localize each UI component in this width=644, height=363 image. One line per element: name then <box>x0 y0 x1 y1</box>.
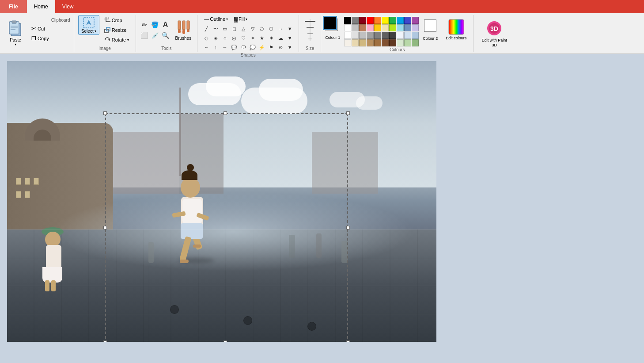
swatch-g2[interactable] <box>367 32 374 39</box>
shape-oval2[interactable]: ◎ <box>230 34 239 42</box>
shape-arrow-4[interactable]: ↔ <box>220 43 229 52</box>
swatch-i2[interactable] <box>344 39 351 46</box>
shape-pentagon[interactable]: ⬠ <box>258 24 266 33</box>
swatch-purple[interactable] <box>412 17 419 24</box>
edit-colours-button[interactable]: Edit colours <box>442 17 470 43</box>
shape-triangle[interactable]: △ <box>239 24 248 33</box>
shape-more2[interactable]: ▼ <box>285 34 294 42</box>
swatch-tan[interactable] <box>359 39 366 46</box>
swatch-w2[interactable] <box>344 32 351 39</box>
swatch-black[interactable] <box>344 17 351 24</box>
selection-handle-br[interactable] <box>346 340 350 342</box>
swatch-lightblue[interactable] <box>397 24 404 31</box>
swatch-lime[interactable] <box>389 24 396 31</box>
swatch-red[interactable] <box>367 17 374 24</box>
shape-star6[interactable]: ✶ <box>267 34 276 42</box>
eraser-tool[interactable]: ⬜ <box>140 31 149 40</box>
swatch-gold[interactable] <box>374 24 381 31</box>
swatch-darkred[interactable] <box>359 17 366 24</box>
selection-handle-ml[interactable] <box>103 226 107 229</box>
shape-arrow-u[interactable]: ↑ <box>211 43 220 52</box>
copy-button[interactable]: ❐ Copy <box>29 34 51 43</box>
picker-tool[interactable]: 💉 <box>150 31 160 40</box>
crop-button[interactable]: Crop <box>102 16 131 25</box>
shape-oval[interactable]: ○ <box>220 34 229 42</box>
edit-with-paint3d-button[interactable]: 3D Edit with Paint 3D <box>477 17 511 50</box>
shape-bolt[interactable]: ⚡ <box>258 43 266 52</box>
tab-file[interactable]: File <box>0 0 27 13</box>
swatch-lg2[interactable] <box>352 32 359 39</box>
swatch-g3[interactable] <box>374 32 381 39</box>
swatch-pink[interactable] <box>367 24 374 31</box>
canvas-area[interactable] <box>0 54 644 363</box>
shape-more[interactable]: ▼ <box>285 24 294 33</box>
swatch-cornblue[interactable] <box>412 32 419 39</box>
selection-handle-bm[interactable] <box>224 340 227 342</box>
shape-triangle2[interactable]: ▽ <box>248 24 257 33</box>
colour2-box[interactable] <box>424 19 436 32</box>
swatch-lightgray[interactable] <box>352 24 359 31</box>
swatch-green[interactable] <box>389 17 396 24</box>
swatch-gray[interactable] <box>352 17 359 24</box>
swatch-khaki[interactable] <box>367 39 374 46</box>
shape-footprint[interactable]: ⊙ <box>276 43 285 52</box>
swatch-mint[interactable] <box>397 39 404 46</box>
swatch-orange[interactable] <box>374 17 381 24</box>
swatch-ice[interactable] <box>397 32 404 39</box>
shape-callout3[interactable]: 💭 <box>248 43 257 52</box>
outline-button[interactable]: — Outline ▾ <box>202 15 230 23</box>
swatch-yellow[interactable] <box>382 17 389 24</box>
shape-more3[interactable]: ▼ <box>285 43 294 52</box>
swatch-dg[interactable] <box>382 32 389 39</box>
fill-tool[interactable]: 🪣 <box>150 20 160 30</box>
swatch-indigo[interactable] <box>404 17 411 24</box>
tab-home[interactable]: Home <box>27 0 55 13</box>
shape-arrow-l[interactable]: ← <box>202 43 211 52</box>
colour1-box[interactable] <box>324 17 336 29</box>
selection-handle-tl[interactable] <box>103 111 107 115</box>
shape-arrow-r[interactable]: → <box>276 24 285 33</box>
selection-handle-tm[interactable] <box>224 111 227 115</box>
swatch-sienna[interactable] <box>374 39 381 46</box>
shape-callout[interactable]: 💬 <box>230 43 239 52</box>
magnifier-tool[interactable]: 🔍 <box>161 31 170 40</box>
canvas-image[interactable] <box>7 61 436 342</box>
rotate-button[interactable]: Rotate ▾ <box>102 35 131 44</box>
selection-handle-mr[interactable] <box>346 226 350 229</box>
resize-button[interactable]: Resize <box>102 26 131 34</box>
swatch-silver[interactable] <box>359 32 366 39</box>
shape-heart[interactable]: ♡ <box>239 34 248 42</box>
fill-button[interactable]: ▓ Fill ▾ <box>232 15 250 23</box>
paste-button[interactable]: Paste ▾ <box>4 17 27 50</box>
swatch-steelblue[interactable] <box>404 24 411 31</box>
selection-handle-tr[interactable] <box>346 111 350 115</box>
swatch-brown[interactable] <box>359 24 366 31</box>
shape-diamond2[interactable]: ◈ <box>211 34 220 42</box>
swatch-dbr[interactable] <box>389 39 396 46</box>
shape-flag[interactable]: ⚑ <box>267 43 276 52</box>
cut-button[interactable]: ✂ Cut <box>29 24 51 33</box>
text-tool[interactable]: A <box>161 20 170 30</box>
swatch-wheat[interactable] <box>352 39 359 46</box>
swatch-lavender[interactable] <box>412 24 419 31</box>
brushes-button[interactable]: Brushes <box>173 18 194 43</box>
swatch-blue[interactable] <box>397 17 404 24</box>
shape-rectangle[interactable]: ▭ <box>220 24 229 33</box>
shape-line[interactable]: ╱ <box>202 24 211 33</box>
swatch-skyblue[interactable] <box>404 32 411 39</box>
pencil-tool[interactable]: ✏ <box>140 20 149 30</box>
shape-cloud[interactable]: ☁ <box>276 34 285 42</box>
shape-diamond[interactable]: ◇ <box>202 34 211 42</box>
shape-callout2[interactable]: 🗨 <box>239 43 248 52</box>
swatch-cream[interactable] <box>382 24 389 31</box>
swatch-fern[interactable] <box>412 39 419 46</box>
shape-star4[interactable]: ✦ <box>248 34 257 42</box>
swatch-sage[interactable] <box>404 39 411 46</box>
shape-rect2[interactable]: ◻ <box>230 24 239 33</box>
selection-handle-bl[interactable] <box>103 340 107 342</box>
swatch-dg2[interactable] <box>389 32 396 39</box>
swatch-white[interactable] <box>344 24 351 31</box>
shape-hex[interactable]: ⬡ <box>267 24 276 33</box>
swatch-br2[interactable] <box>382 39 389 46</box>
select-button[interactable]: Select ▾ <box>78 15 99 35</box>
